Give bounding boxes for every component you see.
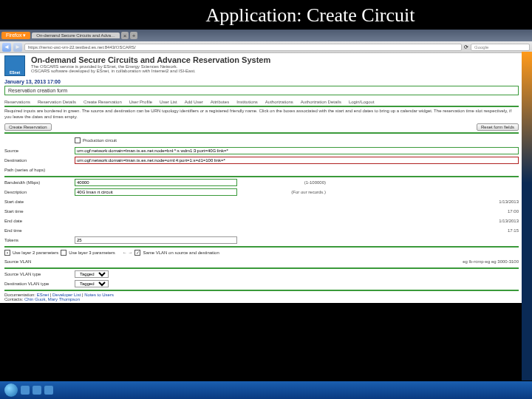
description-hint: (For our records.) [237,190,326,194]
tab-login-logout[interactable]: Login/Logout [349,100,375,104]
layer3-label: Use layer 3 parameters [69,250,115,255]
description-label: Description [4,190,75,194]
windows-taskbar [0,381,532,399]
source-label: Source [4,149,75,153]
contact-link-1[interactable]: Chin Guok [24,297,45,301]
browser-window: Firefox ▾ On-demand Secure Circuits and … [0,30,532,303]
taskbar-icon[interactable] [33,386,41,395]
page-subtitle-2: OSCARS software developed by ESnet, in c… [31,69,270,73]
layer2-radio[interactable]: • [4,250,10,256]
tab-close-button[interactable]: × [121,32,129,39]
end-date-value[interactable]: 1/13/2013 [430,219,519,223]
address-bar: ◄ ► https://nersc-osc-vm-22.testbed.es.n… [0,41,532,53]
src-vlan-type-label: Source VLAN type [4,272,75,276]
src-vlan-label: Source VLAN [4,259,75,264]
page-title: On-demand Secure Circuits and Advance Re… [31,55,270,64]
tab-create-reservation[interactable]: Create Reservation [83,100,122,104]
start-time-value[interactable]: 17:00 [430,209,519,214]
section-header: Reservation creation form [4,86,519,95]
footer: Documentation: ESnet | Developer List | … [4,293,519,301]
tab-reservation-details[interactable]: Reservation Details [38,100,76,104]
end-time-value[interactable]: 17:15 [430,228,519,233]
divider [4,106,519,107]
divider [4,132,519,134]
reset-form-button[interactable]: Reset form fields [477,123,519,131]
path-label: Path (series of hops) [4,168,75,172]
tab-user-list[interactable]: User List [160,100,177,104]
bandwidth-label: Bandwidth (Mbps) [4,180,75,185]
end-date-label: End date [4,219,75,223]
production-label: Production circuit [83,138,117,143]
tab-institutions[interactable]: Institutions [236,100,258,104]
tab-reservations[interactable]: Reservations [4,100,30,104]
taskbar-icon[interactable] [21,386,30,395]
page-content: ESnet On-demand Secure Circuits and Adva… [0,53,532,303]
tab-authorization-details[interactable]: Authorization Details [301,100,341,104]
layer2-label: Use layer 2 parameters [13,250,58,255]
new-tab-button[interactable]: + [130,32,137,39]
contacts-label: Contacts: [4,297,23,301]
destination-input[interactable] [75,157,519,164]
tab-user-profile[interactable]: User Profile [129,100,152,104]
browser-tab[interactable]: On-demand Secure Circuits and Adva… [32,33,120,38]
dst-vlan-type-select[interactable]: Tagged [75,280,109,287]
slide-title: Application: Create Circuit [0,0,532,30]
contact-link-2[interactable]: Mary Thompson [48,297,80,301]
bandwidth-hint: (1-100000) [237,180,326,185]
current-datetime: January 13, 2013 17:00 [4,79,519,84]
create-reservation-button[interactable]: Create Reservation [4,123,52,131]
taskbar-icon[interactable] [44,386,53,395]
tokens-input[interactable] [75,236,237,244]
tab-authorizations[interactable]: Authorizations [265,100,293,104]
search-input[interactable]: Google [471,44,530,51]
tab-add-user[interactable]: Add User [185,100,203,104]
layer3-radio[interactable] [61,250,66,256]
nav-tabs: Reservations Reservation Details Create … [4,98,519,106]
start-time-label: Start time [4,209,75,214]
instructions-text: Required inputs are bordered in green. T… [4,109,519,120]
start-date-value[interactable]: 1/13/2013 [430,200,519,204]
url-field[interactable]: https://nersc-osc-vm-22.testbed.es.net:8… [24,44,462,51]
end-time-label: End time [4,228,75,233]
destination-label: Destination [4,158,75,163]
slide-accent-stripe [522,52,532,381]
firefox-menu-button[interactable]: Firefox ▾ [1,32,30,39]
divider [4,176,519,177]
source-input[interactable] [75,147,519,154]
description-input[interactable] [75,188,237,196]
section-title: Reservation creation form [8,87,67,94]
reload-button[interactable]: ⟳ [464,44,468,50]
doc-link-notes[interactable]: Notes to Users [84,293,114,297]
src-vlan-hint: eg lb-rcmp-eg eg 3000-3100 [430,259,519,264]
dst-vlan-type-label: Destination VLAN type [4,282,75,286]
divider [4,267,519,269]
browser-tabbar: Firefox ▾ On-demand Secure Circuits and … [0,30,532,41]
production-checkbox[interactable] [75,137,81,143]
tab-attributes[interactable]: Attributes [211,100,229,104]
forward-button[interactable]: ► [13,43,22,52]
start-date-label: Start date [4,200,75,204]
divider [4,290,519,291]
bandwidth-input[interactable] [75,179,237,186]
back-button[interactable]: ◄ [2,43,11,52]
start-button[interactable] [4,383,18,397]
same-vlan-checkbox[interactable]: ✓ [134,250,140,256]
esnet-logo: ESnet [4,55,25,76]
tokens-label: Tokens [4,238,75,242]
src-vlan-type-select[interactable]: Tagged [75,270,109,278]
same-vlan-label: Same VLAN on source and destination [143,250,219,255]
divider [4,246,519,248]
